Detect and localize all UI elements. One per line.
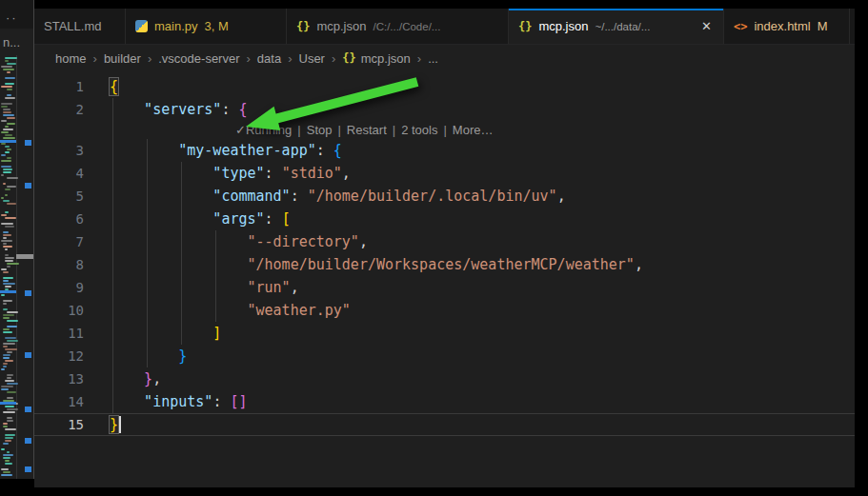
html-icon: <>: [734, 20, 747, 33]
minimap-line: [3, 277, 13, 279]
overview-ruler-marker: [25, 466, 31, 472]
minimap-line: [5, 257, 14, 259]
minimap-line: [7, 320, 18, 322]
tab-label: mcp.json: [538, 19, 588, 33]
minimap-line: [3, 169, 12, 170]
minimap-line: [7, 311, 18, 313]
minimap[interactable]: [0, 55, 33, 479]
code-line-9: 9 "run",: [34, 276, 855, 299]
overview-ruler-marker: [25, 438, 31, 444]
minimap-line: [1, 103, 12, 105]
code-line-12: 12 }: [34, 345, 855, 367]
minimap-line: [3, 357, 10, 359]
line-content: ]: [84, 322, 221, 345]
minimap-line: [1, 294, 5, 296]
minimap-line: [7, 263, 19, 265]
tab-main-py[interactable]: main.py3, M: [126, 9, 287, 44]
code-line-13: 13 },: [34, 367, 855, 390]
json-icon: {}: [296, 20, 310, 33]
minimap-line: [7, 451, 10, 453]
overview-ruler-marker: [25, 407, 31, 412]
minimap-line: [1, 468, 9, 470]
line-content: "args": [: [84, 208, 291, 230]
line-number: 7: [34, 230, 84, 253]
breadcrumb-item-mcp-json[interactable]: {}mcp.json: [342, 51, 410, 66]
minimap-line: [3, 363, 8, 365]
minimap-line: [5, 77, 15, 79]
minimap-line: [1, 166, 11, 168]
minimap-line: [5, 440, 11, 442]
breadcrumb-label: data: [257, 51, 281, 66]
breadcrumb-item-User[interactable]: User: [299, 51, 325, 66]
minimap-line: [1, 448, 5, 450]
minimap-slider[interactable]: [16, 254, 33, 259]
minimap-line: [1, 197, 4, 199]
minimap-line: [3, 234, 11, 236]
codelens-action-2-tools[interactable]: 2 tools: [401, 123, 437, 137]
minimap-line: [3, 343, 15, 345]
truncated-tab-fragment[interactable]: ··: [0, 0, 33, 29]
breadcrumb-separator-icon: ›: [288, 51, 292, 66]
breadcrumb-item--[interactable]: ...: [428, 51, 438, 66]
codelens-action--running[interactable]: ✓Running: [235, 123, 292, 137]
minimap-line: [7, 420, 13, 422]
breadcrumb-item--vscode-server[interactable]: .vscode-server: [158, 51, 239, 66]
minimap-line: [3, 111, 11, 113]
tab-index-html[interactable]: <>index.htmlM: [724, 9, 850, 44]
breadcrumb-item-builder[interactable]: builder: [104, 51, 141, 66]
tab-install-md[interactable]: STALL.md: [34, 9, 126, 44]
breadcrumb-label: home: [55, 51, 87, 66]
minimap-line: [3, 171, 11, 173]
line-number: 4: [34, 162, 84, 185]
minimap-line: [3, 300, 12, 302]
minimap-line: [1, 106, 8, 108]
minimap-line: [3, 411, 15, 413]
minimap-line: [5, 463, 12, 465]
minimap-line: [5, 217, 16, 219]
codelens: ✓Running|Stop|Restart|2 tools|More…: [235, 121, 493, 139]
breadcrumb-item-home[interactable]: home: [55, 51, 87, 66]
codelens-action-restart[interactable]: Restart: [347, 123, 387, 137]
line-number: 15: [34, 413, 84, 436]
code-editor[interactable]: 1{2 "servers": {✓Running|Stop|Restart|2 …: [34, 71, 855, 487]
tab-mcp-json-data[interactable]: {}mcp.json~/.../data/...✕: [509, 9, 724, 44]
line-content: "weather.py": [84, 299, 351, 322]
minimap-line: [5, 360, 13, 362]
minimap-line: [7, 351, 12, 353]
minimap-line: [5, 57, 17, 59]
minimap-line: [7, 408, 18, 410]
codelens-action-more-[interactable]: More…: [453, 123, 494, 137]
breadcrumb-label: .vscode-server: [158, 51, 239, 66]
minimap-line: [3, 137, 15, 139]
tab-mcp-json-c[interactable]: {}mcp.json/C:/.../Code/...: [287, 9, 509, 44]
minimap-line: [7, 374, 13, 376]
minimap-line: [7, 71, 10, 73]
minimap-line: [5, 126, 9, 128]
breadcrumb-label: User: [299, 51, 325, 66]
tab-bar: STALL.mdmain.py3, M{}mcp.json/C:/.../Cod…: [34, 9, 855, 45]
minimap-line: [1, 154, 6, 156]
minimap-line: [7, 377, 11, 379]
minimap-line: [3, 246, 12, 248]
minimap-line: [1, 174, 4, 176]
line-content: },: [84, 367, 161, 390]
tab-label: index.html: [754, 19, 810, 33]
minimap-highlight: [0, 402, 16, 405]
minimap-line: [5, 248, 8, 250]
tab-dirty-badge: 3, M: [205, 19, 229, 33]
minimap-line: [5, 434, 15, 436]
minimap-line: [5, 380, 14, 382]
line-number: 2: [34, 98, 84, 121]
minimap-line: [3, 346, 8, 347]
minimap-line: [5, 254, 9, 256]
minimap-highlight: [0, 140, 16, 143]
codelens-action-stop[interactable]: Stop: [307, 123, 333, 137]
line-content: {: [84, 75, 118, 98]
breadcrumb-item-data[interactable]: data: [257, 51, 281, 66]
close-icon[interactable]: ✕: [699, 18, 714, 34]
minimap-line: [7, 63, 16, 65]
code-line-11: 11 ]: [34, 322, 855, 345]
minimap-line: [5, 460, 10, 462]
minimap-line: [3, 183, 6, 185]
minimap-highlight: [0, 290, 16, 293]
